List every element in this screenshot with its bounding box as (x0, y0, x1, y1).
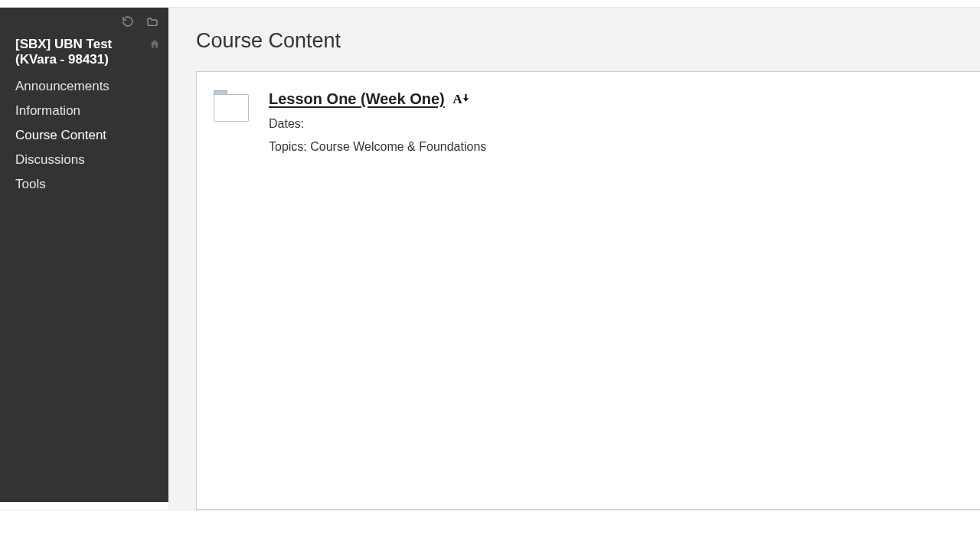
refresh-icon[interactable] (121, 15, 135, 28)
sidebar-item-tools[interactable]: Tools (0, 172, 168, 197)
content-panel: Lesson One (Week One) A Dates: (196, 71, 980, 510)
content-item-topics: Topics: Course Welcome & Foundations (269, 140, 486, 154)
sidebar-item-discussions[interactable]: Discussions (0, 148, 168, 172)
content-item-body: Lesson One (Week One) A Dates: (269, 89, 486, 154)
content-item: Lesson One (Week One) A Dates: (214, 89, 963, 154)
ally-download-icon[interactable]: A (452, 92, 471, 107)
sidebar-item-label: Course Content (15, 128, 106, 142)
content-item-title-row: Lesson One (Week One) A (269, 90, 486, 108)
page-title: Course Content (168, 8, 980, 71)
sidebar-item-label: Discussions (15, 152, 85, 167)
main-area: Course Content Lesson One (Week One) A (168, 8, 980, 510)
sidebar-item-course-content[interactable]: Course Content (0, 123, 168, 148)
bottom-strip (0, 510, 980, 551)
home-icon[interactable] (149, 38, 161, 51)
sidebar-item-label: Information (15, 103, 80, 118)
course-sidebar: [SBX] UBN Test (KVara - 98431) Announcem… (0, 8, 168, 502)
sidebar-nav: Announcements Information Course Content… (0, 74, 168, 197)
app-shell: [SBX] UBN Test (KVara - 98431) Announcem… (0, 8, 980, 510)
top-strip (0, 0, 980, 8)
content-item-dates: Dates: (269, 117, 486, 131)
svg-text:A: A (452, 92, 462, 106)
course-title: [SBX] UBN Test (KVara - 98431) (15, 37, 142, 68)
dates-label: Dates: (269, 117, 304, 130)
content-item-link[interactable]: Lesson One (Week One) (269, 90, 445, 108)
sidebar-item-label: Announcements (15, 79, 109, 93)
sidebar-toolbar (0, 8, 168, 32)
sidebar-course-header[interactable]: [SBX] UBN Test (KVara - 98431) (0, 32, 168, 74)
sidebar-item-label: Tools (15, 177, 46, 191)
folder-icon[interactable] (145, 15, 159, 28)
content-folder-icon (214, 90, 249, 126)
sidebar-item-information[interactable]: Information (0, 99, 168, 123)
sidebar-item-announcements[interactable]: Announcements (0, 74, 168, 99)
